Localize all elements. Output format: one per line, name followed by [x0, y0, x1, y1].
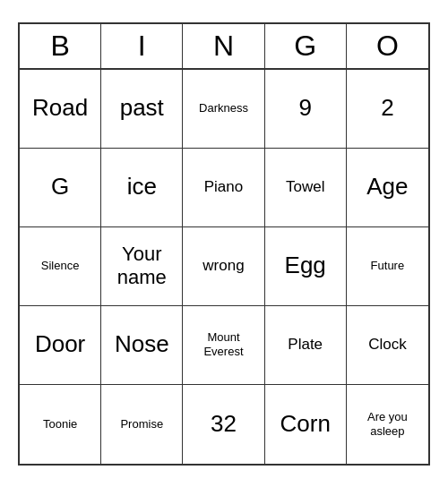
- bingo-cell-8: Towel: [265, 149, 347, 227]
- cell-text-5: G: [51, 173, 69, 201]
- header-letter-i: I: [101, 24, 183, 68]
- bingo-cell-11: Your name: [101, 227, 183, 306]
- bingo-cell-9: Age: [347, 149, 428, 227]
- bingo-cell-12: wrong: [183, 227, 264, 306]
- cell-text-9: Age: [366, 173, 408, 201]
- cell-text-13: Egg: [285, 252, 326, 279]
- cell-text-24: Are you asleep: [350, 410, 425, 438]
- cell-text-0: Road: [32, 94, 88, 122]
- header-letter-o: O: [347, 24, 428, 68]
- bingo-cell-4: 2: [347, 70, 428, 149]
- bingo-cell-15: Door: [20, 306, 101, 385]
- bingo-cell-19: Clock: [347, 306, 428, 385]
- bingo-header: BINGO: [20, 24, 428, 70]
- bingo-card: BINGO RoadpastDarkness92GicePianoTowelAg…: [18, 22, 430, 466]
- header-letter-g: G: [265, 24, 347, 68]
- cell-text-11: Your name: [105, 243, 178, 290]
- header-letter-n: N: [183, 24, 264, 68]
- cell-text-6: ice: [127, 173, 157, 201]
- bingo-cell-16: Nose: [101, 306, 183, 385]
- bingo-cell-20: Toonie: [20, 385, 101, 464]
- bingo-cell-23: Corn: [265, 385, 347, 464]
- cell-text-23: Corn: [280, 410, 331, 438]
- bingo-cell-22: 32: [183, 385, 264, 464]
- cell-text-2: Darkness: [199, 101, 248, 115]
- cell-text-10: Silence: [41, 259, 80, 273]
- cell-text-18: Plate: [288, 336, 323, 354]
- cell-text-7: Piano: [204, 178, 243, 196]
- cell-text-16: Nose: [115, 330, 169, 358]
- cell-text-1: past: [120, 94, 164, 122]
- cell-text-4: 2: [381, 94, 393, 122]
- bingo-cell-1: past: [101, 70, 183, 149]
- cell-text-20: Toonie: [43, 417, 77, 431]
- bingo-cell-13: Egg: [265, 227, 347, 306]
- bingo-cell-24: Are you asleep: [347, 385, 428, 464]
- bingo-grid: RoadpastDarkness92GicePianoTowelAgeSilen…: [20, 70, 428, 464]
- bingo-cell-5: G: [20, 149, 101, 227]
- cell-text-21: Promise: [120, 417, 163, 431]
- cell-text-17: Mount Everest: [186, 330, 260, 358]
- cell-text-22: 32: [211, 410, 237, 438]
- bingo-cell-17: Mount Everest: [183, 306, 264, 385]
- bingo-cell-0: Road: [20, 70, 101, 149]
- cell-text-8: Towel: [286, 178, 324, 196]
- cell-text-12: wrong: [202, 257, 244, 275]
- bingo-cell-3: 9: [265, 70, 347, 149]
- cell-text-19: Clock: [368, 336, 407, 354]
- bingo-cell-14: Future: [347, 227, 428, 306]
- bingo-cell-18: Plate: [265, 306, 347, 385]
- bingo-cell-7: Piano: [183, 149, 264, 227]
- bingo-cell-10: Silence: [20, 227, 101, 306]
- cell-text-14: Future: [371, 259, 405, 273]
- cell-text-15: Door: [35, 330, 85, 358]
- cell-text-3: 9: [298, 94, 311, 122]
- header-letter-b: B: [20, 24, 101, 68]
- bingo-cell-21: Promise: [101, 385, 183, 464]
- bingo-cell-2: Darkness: [183, 70, 264, 149]
- bingo-cell-6: ice: [101, 149, 183, 227]
